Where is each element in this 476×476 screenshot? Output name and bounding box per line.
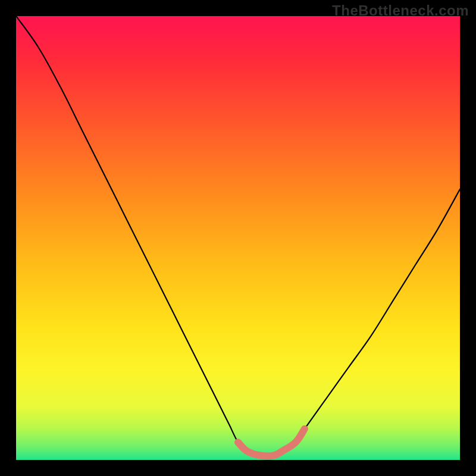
chart-area (16, 16, 460, 460)
gradient-background (16, 16, 460, 460)
bottleneck-chart (16, 16, 460, 460)
watermark-text: TheBottleneck.com (332, 2, 469, 19)
chart-frame: TheBottleneck.com (0, 0, 476, 476)
